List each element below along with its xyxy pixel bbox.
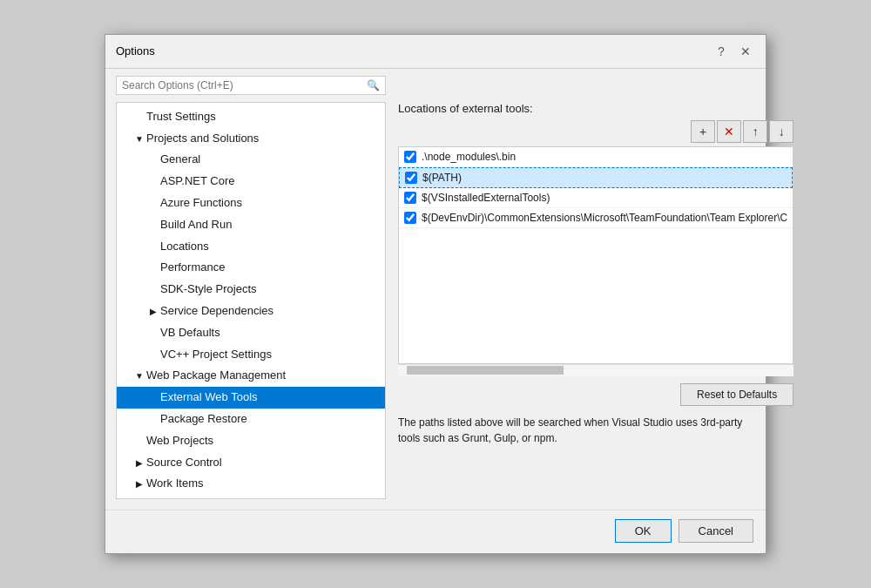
checkbox-devenvdir[interactable] [404,212,416,224]
list-item-vs-installed[interactable]: $(VSInstalledExternalTools) [399,188,793,208]
checkbox-vs-installed[interactable] [404,192,416,204]
tree-toggle-work-items: ▶ [134,477,145,491]
sidebar-item-locations[interactable]: Locations [117,236,385,258]
tree-toggle-service-dependencies: ▶ [148,305,159,319]
list-text-node-modules: .\node_modules\.bin [422,151,787,163]
sidebar-item-work-items[interactable]: ▶Work Items [117,473,385,495]
options-dialog: Options ? ✕ 🔍 Trust Settings▼Projects an… [105,34,766,554]
sidebar-item-sdk-style-projects[interactable]: SDK-Style Projects [117,279,385,301]
sidebar-item-web-package-management[interactable]: ▼Web Package Management [117,365,385,387]
sidebar: Trust Settings▼Projects and SolutionsGen… [116,102,386,499]
tree-toggle-projects-and-solutions: ▼ [134,132,145,146]
horizontal-scrollbar[interactable] [398,364,793,376]
sidebar-item-general[interactable]: General [117,149,385,171]
sidebar-item-vb-defaults[interactable]: VB Defaults [117,322,385,344]
close-button[interactable]: ✕ [736,42,755,61]
move-down-button[interactable]: ↓ [769,120,793,143]
move-up-button[interactable]: ↑ [743,120,767,143]
search-box: 🔍 [116,76,386,95]
sidebar-item-external-web-tools[interactable]: External Web Tools [117,387,385,409]
cancel-button[interactable]: Cancel [679,519,753,543]
sidebar-item-package-restore[interactable]: Package Restore [117,409,385,430]
sidebar-item-azure-functions[interactable]: Azure Functions [117,193,385,214]
sidebar-item-build-and-run[interactable]: Build And Run [117,214,385,236]
sidebar-item-projects-and-solutions[interactable]: ▼Projects and Solutions [117,128,385,150]
list-text-path: $(PATH) [422,172,787,184]
sidebar-inner: Trust Settings▼Projects and SolutionsGen… [117,103,385,498]
search-area: 🔍 [116,76,755,95]
search-input[interactable] [122,79,367,91]
title-bar-controls: ? ✕ [712,42,755,61]
add-button[interactable]: + [691,120,715,143]
sidebar-item-source-control[interactable]: ▶Source Control [117,452,385,474]
list-text-vs-installed: $(VSInstalledExternalTools) [422,192,787,204]
ok-button[interactable]: OK [615,519,672,543]
help-button[interactable]: ? [712,42,731,61]
search-icon: 🔍 [367,79,380,91]
list-item-node-modules[interactable]: .\node_modules\.bin [399,147,793,167]
list-item-devenvdir[interactable]: $(DevEnvDir)\CommonExtensions\Microsoft\… [399,208,793,228]
dialog-title: Options [116,44,155,57]
remove-button[interactable]: ✕ [717,120,741,143]
title-bar: Options ? ✕ [105,35,766,69]
reset-row: Reset to Defaults [398,383,793,406]
toolbar-row: + ✕ ↑ ↓ [398,120,793,143]
sidebar-item-performance[interactable]: Performance [117,257,385,279]
tree-toggle-source-control: ▶ [134,456,145,470]
footer: OK Cancel [105,510,766,553]
panel-header: Locations of external tools: [398,102,793,115]
main-content: Trust Settings▼Projects and SolutionsGen… [116,102,755,499]
description-text: The paths listed above will be searched … [398,415,746,446]
scrollbar-thumb [407,366,564,375]
sidebar-item-web-projects[interactable]: Web Projects [117,430,385,452]
checkbox-path[interactable] [405,172,417,184]
sidebar-item-service-dependencies[interactable]: ▶Service Dependencies [117,301,385,322]
sidebar-item-vcpp-project-settings[interactable]: VC++ Project Settings [117,344,385,366]
sidebar-item-trust-settings[interactable]: Trust Settings [117,106,385,128]
tree-toggle-web-package-management: ▼ [134,369,145,383]
checkbox-node-modules[interactable] [404,151,416,163]
dialog-body: 🔍 Trust Settings▼Projects and SolutionsG… [105,69,766,510]
external-tools-list: .\node_modules\.bin$(PATH)$(VSInstalledE… [398,146,793,364]
reset-defaults-button[interactable]: Reset to Defaults [680,383,793,406]
list-item-path[interactable]: $(PATH) [399,167,793,188]
sidebar-item-aspnet-core[interactable]: ASP.NET Core [117,171,385,193]
right-panel: Locations of external tools: + ✕ ↑ ↓ .\n… [386,102,793,499]
list-text-devenvdir: $(DevEnvDir)\CommonExtensions\Microsoft\… [422,212,787,224]
